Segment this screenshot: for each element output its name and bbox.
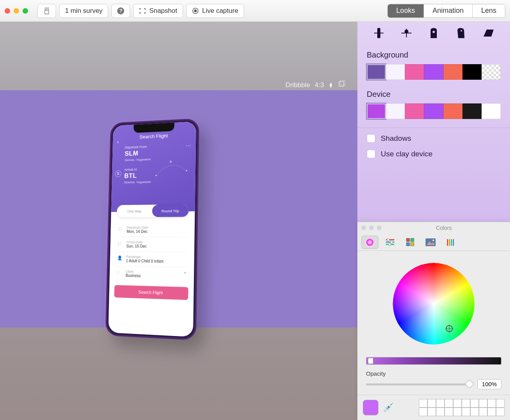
- device-swatch[interactable]: [424, 103, 443, 119]
- shadows-option[interactable]: Shadows: [357, 132, 510, 147]
- color-wheel-tab[interactable]: [361, 236, 378, 249]
- svg-text:✈: ✈: [169, 159, 173, 164]
- minimize-window-button[interactable]: [14, 8, 19, 14]
- colors-mode-toolbar: [357, 234, 510, 251]
- bg-swatch[interactable]: [463, 64, 482, 80]
- style-flat-icon[interactable]: [372, 26, 386, 40]
- bg-swatch[interactable]: [405, 64, 424, 80]
- bg-swatch[interactable]: [482, 64, 501, 80]
- style-perspective-icon[interactable]: [399, 26, 413, 40]
- svg-rect-2: [47, 8, 48, 9]
- saved-swatch-cell[interactable]: [445, 408, 453, 416]
- colors-zoom-button[interactable]: [377, 226, 382, 230]
- saved-swatch-cell[interactable]: [487, 408, 496, 416]
- tab-looks[interactable]: Looks: [388, 4, 424, 18]
- saved-swatches-grid[interactable]: [419, 399, 505, 416]
- frame-icon[interactable]: [338, 80, 346, 90]
- svg-rect-0: [45, 7, 48, 10]
- saved-swatch-cell[interactable]: [496, 399, 505, 408]
- bg-swatch[interactable]: [443, 64, 463, 80]
- class-value: Business: [126, 273, 181, 279]
- saved-swatch-cell[interactable]: [436, 408, 445, 416]
- device-button[interactable]: [37, 4, 56, 18]
- tab-lens[interactable]: Lens: [472, 4, 505, 18]
- saved-swatch-cell[interactable]: [436, 399, 445, 408]
- class-row: ⎍ClassBusiness▾: [117, 266, 186, 282]
- saved-swatch-cell[interactable]: [470, 399, 479, 408]
- color-wheel[interactable]: [393, 263, 475, 345]
- saved-swatch-cell[interactable]: [427, 408, 436, 416]
- device-swatch[interactable]: [386, 103, 405, 119]
- brightness-thumb[interactable]: [368, 358, 373, 364]
- help-button[interactable]: ?: [111, 4, 130, 18]
- clay-checkbox[interactable]: [367, 150, 375, 158]
- svg-point-23: [390, 241, 393, 243]
- saved-swatch-cell[interactable]: [462, 399, 470, 408]
- saved-swatch-cell[interactable]: [462, 408, 470, 416]
- mockup-style-row: [357, 22, 510, 47]
- aspect-stepper-icon[interactable]: ▲▼: [329, 82, 333, 88]
- bg-swatch[interactable]: [367, 64, 386, 80]
- svg-rect-26: [411, 238, 414, 242]
- close-window-button[interactable]: [5, 8, 10, 14]
- saved-swatch-cell[interactable]: [479, 408, 487, 416]
- aspect-ratio[interactable]: 4:3: [315, 81, 324, 89]
- saved-swatch-cell[interactable]: [419, 399, 427, 408]
- saved-swatch-cell[interactable]: [445, 399, 453, 408]
- live-capture-label: Live capture: [202, 7, 238, 15]
- pencils-tab[interactable]: [442, 236, 459, 249]
- device-swatch[interactable]: [443, 103, 463, 119]
- style-front-icon[interactable]: [427, 26, 441, 40]
- svg-rect-25: [406, 238, 410, 242]
- colors-close-button[interactable]: [361, 226, 366, 230]
- device-swatch[interactable]: [367, 103, 386, 119]
- opacity-value-input[interactable]: 100%: [477, 379, 501, 389]
- opacity-section: Opacity 100%: [357, 370, 510, 395]
- saved-swatch-cell[interactable]: [470, 408, 479, 416]
- saved-swatch-cell[interactable]: [453, 399, 462, 408]
- colors-panel-header: Colors: [357, 222, 510, 234]
- inspector-panel: Background Device Shadows Use clay devic…: [357, 22, 510, 420]
- saved-swatch-cell[interactable]: [496, 408, 505, 416]
- saved-swatch-cell[interactable]: [479, 399, 487, 408]
- shadows-checkbox[interactable]: [367, 134, 375, 143]
- eyedropper-icon[interactable]: 💉: [383, 402, 394, 413]
- canvas[interactable]: Dribbble 4:3 ▲▼ ‹ Search Flight ⋮ Depart…: [0, 22, 357, 420]
- svg-rect-7: [340, 80, 345, 85]
- svg-point-16: [433, 31, 435, 33]
- opacity-label: Opacity: [366, 370, 501, 377]
- device-swatch[interactable]: [463, 103, 482, 119]
- bg-swatch[interactable]: [386, 64, 405, 80]
- bg-swatch[interactable]: [424, 64, 443, 80]
- opacity-slider[interactable]: [366, 383, 473, 385]
- swap-icon: ⇅: [115, 170, 121, 177]
- preset-name: Dribbble: [285, 81, 310, 89]
- tab-animation[interactable]: Animation: [424, 4, 472, 18]
- brightness-slider[interactable]: [366, 357, 501, 365]
- style-lay-icon[interactable]: [482, 26, 496, 40]
- saved-swatch-cell[interactable]: [427, 399, 436, 408]
- saved-swatch-cell[interactable]: [487, 399, 496, 408]
- maximize-window-button[interactable]: [23, 8, 28, 14]
- oneway-option: One Way: [117, 205, 152, 217]
- opacity-thumb[interactable]: [464, 379, 474, 388]
- color-wheel-area[interactable]: [357, 251, 510, 354]
- device-swatch[interactable]: [482, 103, 501, 119]
- colors-minimize-button[interactable]: [369, 226, 374, 230]
- divider: [357, 128, 510, 128]
- saved-swatch-cell[interactable]: [453, 408, 462, 416]
- snapshot-button[interactable]: Snapshot: [133, 4, 183, 18]
- color-sliders-tab[interactable]: [382, 236, 399, 249]
- device-swatch[interactable]: [405, 103, 424, 119]
- live-capture-button[interactable]: Live capture: [186, 4, 244, 18]
- color-palettes-tab[interactable]: [402, 236, 419, 249]
- main: Dribbble 4:3 ▲▼ ‹ Search Flight ⋮ Depart…: [0, 22, 510, 420]
- style-angle-icon[interactable]: [454, 26, 468, 40]
- device-mockup[interactable]: ‹ Search Flight ⋮ Departure From SLM Sle…: [105, 118, 199, 340]
- image-picker-tab[interactable]: [422, 236, 439, 249]
- saved-swatch-cell[interactable]: [419, 408, 427, 416]
- current-color-chip[interactable]: [363, 400, 378, 415]
- clay-option[interactable]: Use clay device: [357, 147, 510, 163]
- svg-point-31: [433, 240, 434, 241]
- survey-button[interactable]: 1 min survey: [59, 4, 108, 18]
